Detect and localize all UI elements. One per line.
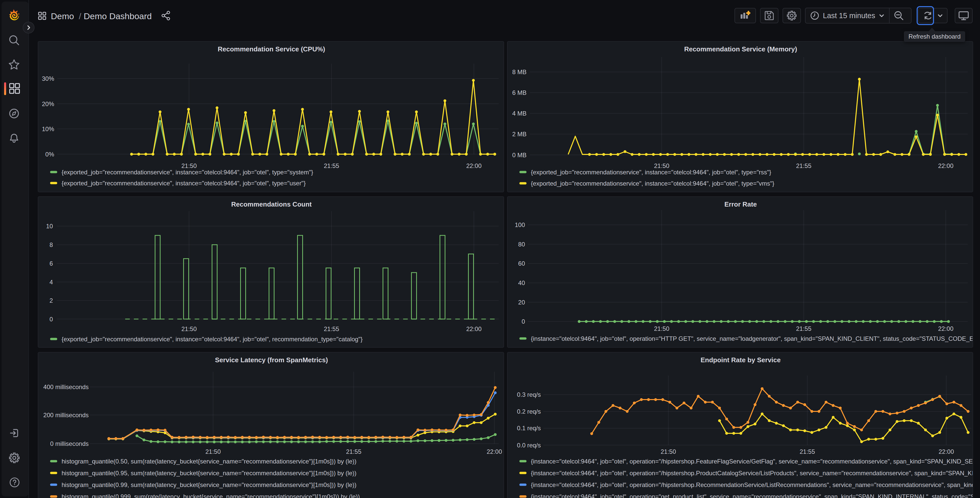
- svg-text:Service Latency (from SpanMetr: Service Latency (from SpanMetrics): [215, 356, 328, 364]
- svg-text:22:00: 22:00: [938, 325, 953, 332]
- svg-text:2: 2: [49, 297, 53, 304]
- svg-text:{exported_job="recommendations: {exported_job="recommendationservice", i…: [531, 180, 774, 187]
- svg-text:Recommendations Count: Recommendations Count: [231, 200, 312, 208]
- svg-text:30%: 30%: [42, 75, 54, 82]
- svg-text:20%: 20%: [42, 101, 54, 107]
- svg-text:100: 100: [515, 221, 525, 228]
- svg-text:{instance="otelcol:9464", job=: {instance="otelcol:9464", job="otel", op…: [531, 493, 973, 498]
- svg-text:6: 6: [49, 260, 53, 267]
- svg-text:21:55: 21:55: [346, 448, 361, 455]
- svg-text:{instance="otelcol:9464", job=: {instance="otelcol:9464", job="otel", op…: [531, 481, 973, 488]
- svg-text:22:00: 22:00: [939, 448, 954, 455]
- svg-text:60: 60: [518, 260, 525, 267]
- svg-text:22:00: 22:00: [466, 162, 482, 169]
- svg-text:10%: 10%: [42, 126, 54, 132]
- svg-text:20: 20: [518, 299, 525, 306]
- svg-text:21:50: 21:50: [654, 325, 669, 332]
- svg-text:21:50: 21:50: [205, 448, 221, 455]
- svg-text:Recommendation Service (Memory: Recommendation Service (Memory): [684, 45, 797, 53]
- svg-text:21:55: 21:55: [800, 448, 815, 455]
- svg-text:{instance="otelcol:9464", job=: {instance="otelcol:9464", job="otel", op…: [531, 458, 973, 465]
- svg-text:histogram_quantile(0.999, sum(: histogram_quantile(0.999, sum(rate(laten…: [62, 493, 360, 498]
- svg-text:21:50: 21:50: [181, 326, 197, 332]
- svg-text:8: 8: [49, 241, 53, 248]
- svg-text:21:50: 21:50: [661, 448, 676, 455]
- svg-text:{exported_job="recommendations: {exported_job="recommendationservice", i…: [62, 336, 363, 343]
- svg-text:0.2 req/s: 0.2 req/s: [517, 408, 541, 415]
- svg-text:21:55: 21:55: [324, 162, 339, 169]
- svg-text:{instance="otelcol:9464", job=: {instance="otelcol:9464", job="otel", op…: [531, 469, 973, 477]
- svg-text:0.0 req/s: 0.0 req/s: [517, 442, 541, 449]
- svg-text:Recommendation Service (CPU%): Recommendation Service (CPU%): [218, 45, 325, 53]
- svg-text:Error Rate: Error Rate: [724, 200, 757, 208]
- svg-text:4: 4: [49, 279, 53, 286]
- svg-text:0: 0: [522, 318, 525, 325]
- svg-text:10: 10: [46, 223, 53, 230]
- svg-text:6 MB: 6 MB: [512, 89, 527, 96]
- svg-text:22:00: 22:00: [487, 448, 502, 455]
- svg-text:4 MB: 4 MB: [512, 110, 527, 117]
- svg-text:0.1 req/s: 0.1 req/s: [517, 425, 541, 431]
- svg-text:{exported_job="recommendations: {exported_job="recommendationservice", i…: [62, 169, 313, 176]
- svg-text:{exported_job="recommendations: {exported_job="recommendationservice", i…: [62, 180, 305, 187]
- svg-text:21:50: 21:50: [654, 162, 669, 169]
- svg-text:0: 0: [49, 316, 53, 322]
- svg-text:histogram_quantile(0.95, sum(r: histogram_quantile(0.95, sum(rate(latenc…: [62, 469, 356, 477]
- svg-text:0 MB: 0 MB: [512, 152, 527, 158]
- svg-text:40: 40: [518, 279, 525, 286]
- svg-text:Endpoint Rate by Service: Endpoint Rate by Service: [700, 356, 781, 364]
- svg-text:22:00: 22:00: [466, 326, 482, 332]
- svg-text:histogram_quantile(0.50, sum(r: histogram_quantile(0.50, sum(rate(latenc…: [62, 458, 356, 465]
- svg-text:21:55: 21:55: [324, 326, 339, 332]
- svg-text:0%: 0%: [45, 151, 54, 158]
- svg-text:21:50: 21:50: [181, 162, 197, 169]
- svg-text:22:00: 22:00: [938, 162, 953, 169]
- svg-text:0 milliseconds: 0 milliseconds: [50, 440, 89, 447]
- svg-text:80: 80: [518, 241, 525, 248]
- svg-text:{exported_job="recommendations: {exported_job="recommendationservice", i…: [531, 169, 771, 176]
- svg-text:21:55: 21:55: [796, 162, 811, 169]
- svg-text:0.3 req/s: 0.3 req/s: [517, 391, 541, 398]
- svg-text:8 MB: 8 MB: [512, 69, 527, 75]
- svg-text:histogram_quantile(0.99, sum(r: histogram_quantile(0.99, sum(rate(latenc…: [62, 481, 356, 488]
- svg-text:{instance="otelcol:9464", job=: {instance="otelcol:9464", job="otel", op…: [531, 335, 973, 342]
- svg-text:400 milliseconds: 400 milliseconds: [43, 383, 89, 390]
- svg-text:21:55: 21:55: [796, 325, 811, 332]
- svg-text:200 milliseconds: 200 milliseconds: [43, 412, 89, 418]
- svg-text:2 MB: 2 MB: [512, 131, 527, 137]
